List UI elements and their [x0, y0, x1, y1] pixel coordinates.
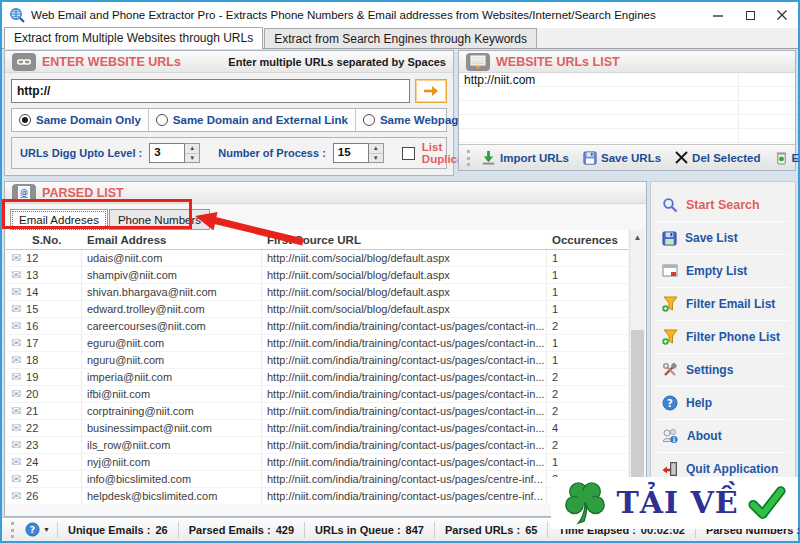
status-help-button[interactable]: ? ▼ — [18, 522, 57, 537]
envelope-icon: ✉ — [11, 490, 21, 502]
save-list-button[interactable]: Save List — [651, 223, 795, 253]
import-urls-button[interactable]: Import URLs — [474, 150, 576, 165]
digg-level-stepper[interactable]: 3 ▲▼ — [149, 143, 200, 163]
sno-cell: ✉16 — [6, 318, 82, 334]
main-tabstrip: Extract from Multiple Websites through U… — [2, 28, 798, 49]
table-header: S.No. Email Address First Source URL Occ… — [6, 230, 628, 250]
about-button[interactable]: i About — [651, 421, 795, 451]
url-cell: http://niit.com/india/training/contact-u… — [262, 454, 547, 470]
process-count-stepper[interactable]: 15 ▲▼ — [333, 143, 384, 163]
svg-text:?: ? — [30, 524, 35, 535]
table-row[interactable]: ✉13shampiv@niit.comhttp://niit.com/socia… — [6, 267, 628, 284]
email-cell: businessimpact@niit.com — [82, 420, 262, 436]
url-cell: http://niit.com/social/blog/default.aspx — [262, 301, 547, 317]
url-cell: http://niit.com/india/training/contact-u… — [262, 335, 547, 351]
empty-list-icon — [662, 264, 678, 278]
table-row[interactable]: ✉15edward.trolley@niit.comhttp://niit.co… — [6, 301, 628, 318]
process-count-value[interactable]: 15 — [333, 143, 369, 163]
column-email[interactable]: Email Address — [82, 230, 262, 249]
table-row[interactable]: ✉24nyj@niit.comhttp://niit.com/india/tra… — [6, 454, 628, 471]
window-title: Web Email and Phone Extractor Pro - Extr… — [31, 9, 656, 21]
empty-urls-button[interactable]: Empty — [768, 151, 800, 165]
occurrences-cell: 2 — [547, 318, 628, 334]
sno-cell: ✉17 — [6, 335, 82, 351]
occurrences-cell: 4 — [547, 420, 628, 436]
tab-extract-keywords[interactable]: Extract from Search Engines through Keyw… — [264, 28, 537, 48]
scroll-up-icon[interactable]: ▲ — [630, 230, 645, 245]
url-cell: http://niit.com/india/training/contact-u… — [262, 403, 547, 419]
radio-same-domain-external[interactable]: Same Domain and External Link — [149, 109, 356, 131]
app-icon — [9, 7, 25, 23]
column-sno[interactable]: S.No. — [6, 230, 82, 249]
del-selected-button[interactable]: Del Selected — [668, 151, 767, 164]
table-row[interactable]: ✉20ifbi@niit.comhttp://niit.com/india/tr… — [6, 386, 628, 403]
url-input[interactable] — [11, 79, 410, 103]
go-arrow-icon — [423, 85, 439, 97]
table-row[interactable]: ✉17eguru@niit.comhttp://niit.com/india/t… — [6, 335, 628, 352]
spin-up-icon[interactable]: ▲ — [185, 144, 199, 154]
close-button[interactable] — [766, 2, 798, 28]
tab-phone-numbers[interactable]: Phone Numbers — [109, 209, 210, 230]
column-occurrences[interactable]: Occurences — [547, 230, 628, 249]
table-row[interactable]: ✉22businessimpact@niit.comhttp://niit.co… — [6, 420, 628, 437]
table-row[interactable]: ✉12udais@niit.comhttp://niit.com/social/… — [6, 250, 628, 267]
table-scrollbar[interactable]: ▲ — [629, 230, 645, 504]
table-row[interactable]: ✉21corptraining@niit.comhttp://niit.com/… — [6, 403, 628, 420]
list-duplicate-checkbox[interactable] — [402, 147, 415, 160]
maximize-button[interactable] — [734, 2, 766, 28]
table-row[interactable]: ✉14shivan.bhargava@niit.comhttp://niit.c… — [6, 284, 628, 301]
table-row[interactable]: ✉19imperia@niit.comhttp://niit.com/india… — [6, 369, 628, 386]
website-urls-list[interactable]: http://niit.com — [459, 73, 795, 144]
statusbar-grip — [11, 522, 14, 538]
start-search-button[interactable]: Start Search — [651, 190, 795, 220]
email-cell: shivan.bhargava@niit.com — [82, 284, 262, 300]
empty-list-button[interactable]: Empty List — [651, 256, 795, 286]
envelope-icon: ✉ — [11, 405, 21, 417]
digg-level-value[interactable]: 3 — [149, 143, 185, 163]
parsed-list-icon: @ — [12, 184, 36, 202]
watermark-text: TẢI VỀ — [616, 488, 738, 518]
save-icon — [583, 151, 597, 165]
sno-cell: ✉24 — [6, 454, 82, 470]
settings-button[interactable]: Settings — [651, 355, 795, 385]
add-url-button[interactable] — [415, 79, 447, 103]
email-cell: udais@niit.com — [82, 250, 262, 266]
trash-icon — [775, 151, 788, 165]
envelope-icon: ✉ — [11, 388, 21, 400]
save-urls-button[interactable]: Save URLs — [576, 151, 668, 165]
table-row[interactable]: ✉18nguru@niit.comhttp://niit.com/india/t… — [6, 352, 628, 369]
email-cell: shampiv@niit.com — [82, 267, 262, 283]
table-row[interactable]: ✉23ils_row@niit.comhttp://niit.com/india… — [6, 437, 628, 454]
radio-icon — [363, 114, 375, 126]
save-icon — [662, 231, 677, 246]
url-list-item[interactable]: http://niit.com — [459, 73, 795, 87]
column-source-url[interactable]: First Source URL — [262, 230, 547, 249]
digg-level-label: URLs Digg Upto Level : — [20, 147, 142, 159]
tab-extract-urls[interactable]: Extract from Multiple Websites through U… — [4, 27, 263, 49]
radio-same-domain-only[interactable]: Same Domain Only — [12, 109, 149, 131]
sno-cell: ✉19 — [6, 369, 82, 385]
envelope-icon: ✉ — [11, 422, 21, 434]
sno-cell: ✉21 — [6, 403, 82, 419]
panel-title: WEBSITE URLs LIST — [496, 55, 620, 69]
help-icon: ? — [25, 522, 40, 537]
tab-email-addresses[interactable]: Email Addreses — [10, 209, 108, 232]
envelope-icon: ✉ — [11, 303, 21, 315]
occurrences-cell: 1 — [547, 352, 628, 368]
sno-cell: ✉13 — [6, 267, 82, 283]
table-row[interactable]: ✉25info@bicslimited.comhttp://niit.com/i… — [6, 471, 628, 488]
minimize-button[interactable] — [702, 2, 734, 28]
spin-down-icon[interactable]: ▼ — [185, 154, 199, 163]
envelope-icon: ✉ — [11, 456, 21, 468]
filter-email-list-button[interactable]: Filter Email List — [651, 289, 795, 319]
envelope-icon: ✉ — [11, 252, 21, 264]
table-row[interactable]: ✉26helpdesk@bicslimited.comhttp://niit.c… — [6, 488, 628, 504]
filter-phone-list-button[interactable]: Filter Phone List — [651, 322, 795, 352]
spin-up-icon[interactable]: ▲ — [369, 144, 383, 154]
options-row: URLs Digg Upto Level : 3 ▲▼ Number of Pr… — [11, 137, 447, 169]
help-button[interactable]: ? Help — [651, 388, 795, 418]
table-row[interactable]: ✉16careercourses@niit.comhttp://niit.com… — [6, 318, 628, 335]
spin-down-icon[interactable]: ▼ — [369, 154, 383, 163]
envelope-icon: ✉ — [11, 337, 21, 349]
occurrences-cell: 2 — [547, 369, 628, 385]
